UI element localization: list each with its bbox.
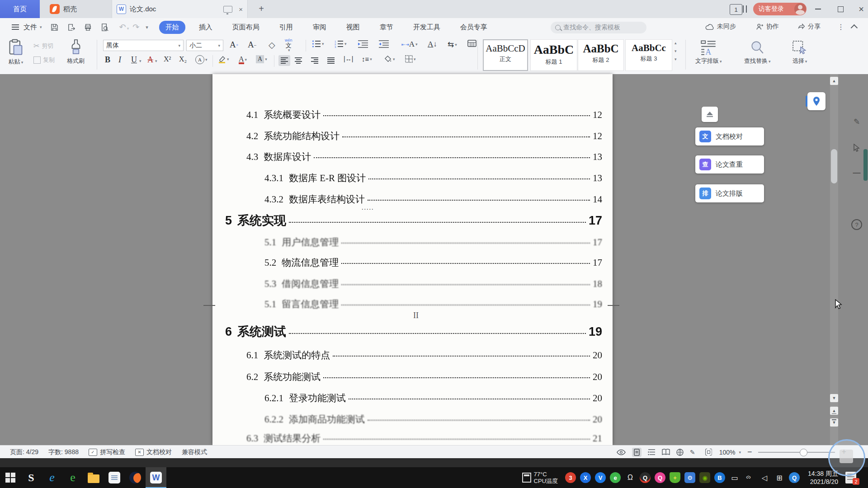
font-color-icon[interactable]: A▾: [239, 55, 247, 64]
minimize-button[interactable]: [811, 4, 825, 14]
quickbar-more-icon[interactable]: ▾: [146, 24, 148, 30]
outline-view-icon[interactable]: [648, 449, 656, 455]
spell-check-toggle[interactable]: ✓ 拼写检查: [89, 448, 125, 456]
italic-icon[interactable]: I: [118, 55, 121, 65]
page-view-icon[interactable]: [632, 448, 642, 457]
styles-scroll-buttons[interactable]: ▴ ▾ ▾: [675, 41, 677, 61]
paste-button[interactable]: 粘贴▾: [8, 39, 24, 66]
bullet-list-icon[interactable]: ▾: [312, 40, 324, 48]
clear-format-icon[interactable]: ◇: [269, 40, 275, 50]
phonetic-guide-icon[interactable]: wén文▾: [285, 38, 292, 53]
taskbar-app-explorer-icon[interactable]: [83, 467, 104, 488]
menu-tab-开发工具[interactable]: 开发工具: [407, 21, 447, 34]
redo-icon[interactable]: ↷: [132, 22, 139, 32]
style-标题 1[interactable]: AaBbC标题 1: [530, 39, 577, 71]
next-page-button[interactable]: ▼: [830, 418, 838, 427]
toc-entry-6.1[interactable]: 6.1系统测试的特点20: [246, 349, 602, 361]
menu-tab-开始[interactable]: 开始: [159, 21, 185, 34]
docer-tab[interactable]: 稻壳: [40, 0, 112, 18]
decrease-font-icon[interactable]: A–: [248, 40, 256, 50]
toc-entry-4.3.1[interactable]: 4.3.1数据库 E-R 图设计13: [264, 172, 602, 184]
toc-entry-5.1[interactable]: 5.1用户信息管理17: [264, 236, 602, 249]
command-search-input[interactable]: 查找命令、搜索模板: [551, 22, 646, 33]
styles-up-icon[interactable]: ▴: [675, 41, 677, 45]
numbered-list-icon[interactable]: 123▾: [335, 40, 347, 48]
eye-protect-icon[interactable]: [617, 449, 626, 455]
zoom-slider-knob[interactable]: [800, 449, 807, 456]
style-标题 2[interactable]: AaBbC标题 2: [578, 39, 624, 71]
style-标题 3[interactable]: AaBbCc标题 3: [625, 39, 672, 71]
toc-entry-6.2[interactable]: 6.2系统功能测试20: [246, 371, 602, 383]
save-icon[interactable]: [50, 23, 59, 32]
find-replace-button[interactable]: 查找替换▾: [744, 40, 771, 65]
pc-manager-shield-icon[interactable]: V: [595, 472, 606, 483]
align-left-icon[interactable]: [278, 55, 290, 66]
word-count[interactable]: 字数: 9888: [48, 448, 79, 456]
plagiarism-check-button[interactable]: 查 论文查重: [695, 155, 764, 174]
snapshot-pen-icon[interactable]: ✎: [850, 115, 863, 128]
locate-pin-button[interactable]: [807, 92, 826, 110]
styles-down-icon[interactable]: ▾: [675, 49, 677, 53]
document-page[interactable]: 4.1系统概要设计124.2系统功能结构设计124.3数据库设计134.3.1数…: [212, 74, 613, 445]
styles-more-icon[interactable]: ▾: [675, 57, 677, 61]
cast-screen-icon[interactable]: [223, 6, 232, 13]
close-window-button[interactable]: ×: [854, 4, 868, 14]
font-size-select[interactable]: 小二▾: [186, 40, 223, 51]
underline-icon[interactable]: U: [131, 55, 137, 65]
toc-entry-6.3[interactable]: 6.3测试结果分析21: [246, 432, 602, 445]
menu-tab-会员专享[interactable]: 会员专享: [454, 21, 494, 34]
doc-proof-toggle[interactable]: ✕ 文档校对: [135, 448, 172, 456]
main-menu-icon[interactable]: [12, 27, 19, 28]
shading-fill-icon[interactable]: ▾: [384, 55, 395, 63]
file-menu[interactable]: 文件: [24, 23, 37, 32]
toc-entry-5.3[interactable]: 5.3借阅信息管理18: [264, 277, 602, 290]
format-painter-button[interactable]: 格式刷: [67, 39, 85, 65]
undo-icon[interactable]: ↶▾: [119, 22, 129, 32]
eject-panel-button[interactable]: [702, 107, 718, 122]
character-shading-icon[interactable]: A▾: [256, 55, 267, 63]
close-tab-icon[interactable]: ×: [239, 5, 243, 13]
browser-e-icon[interactable]: e: [610, 472, 621, 483]
increase-indent-icon[interactable]: [379, 40, 389, 48]
align-center-icon[interactable]: [295, 56, 302, 65]
cpu-temp-widget[interactable]: 77°C CPU温度: [522, 471, 558, 484]
justify-icon[interactable]: [327, 56, 335, 65]
strikethrough-icon[interactable]: A: [147, 55, 153, 65]
menu-tab-视图[interactable]: 视图: [340, 21, 366, 34]
borders-icon[interactable]: ▾: [405, 55, 416, 63]
zoom-out-icon[interactable]: −: [747, 447, 752, 457]
strikethrough-chevron-icon[interactable]: ▾: [155, 59, 157, 63]
menu-tab-章节[interactable]: 章节: [373, 21, 400, 34]
collaborate-button[interactable]: 协作: [756, 23, 779, 31]
taskbar-clock[interactable]: 14:38 周五 2021/8/20: [808, 469, 838, 486]
doc-proofread-button[interactable]: 文 文档校对: [695, 127, 764, 145]
ink-pen-icon[interactable]: ✎: [690, 449, 695, 456]
toc-entry-4.1[interactable]: 4.1系统概要设计12: [246, 108, 602, 121]
toc-entry-6[interactable]: 6系统测试19: [225, 324, 602, 340]
edge-scroll-thumb[interactable]: [863, 149, 868, 181]
highlight-color-icon[interactable]: ▾: [218, 55, 229, 63]
toc-entry-5[interactable]: 5系统实现17: [225, 212, 602, 229]
enclosed-character-icon[interactable]: A▾: [195, 55, 208, 64]
antivirus-shield-icon[interactable]: +: [670, 472, 680, 483]
distribute-icon[interactable]: |↔|: [344, 55, 353, 62]
share-button[interactable]: 分享: [797, 23, 821, 31]
toc-entry-5.1[interactable]: 5.1留言信息管理19: [264, 298, 602, 310]
volume-icon[interactable]: ◁: [759, 472, 770, 483]
taskbar-app-notepad-icon[interactable]: [104, 467, 125, 488]
window-count-badge[interactable]: 1: [730, 4, 742, 15]
home-tab[interactable]: 首页: [0, 0, 40, 18]
web-layout-icon[interactable]: [676, 449, 684, 456]
print-icon[interactable]: [84, 23, 92, 32]
select-button[interactable]: 选择▾: [792, 40, 807, 65]
toc-entry-6.2.2[interactable]: 6.2.2添加商品功能测试20: [264, 413, 602, 426]
read-mode-icon[interactable]: [662, 449, 670, 455]
thunder-icon[interactable]: X: [580, 472, 591, 483]
export-icon[interactable]: [67, 23, 75, 32]
toc-entry-4.3[interactable]: 4.3数据库设计13: [246, 150, 602, 163]
bold-icon[interactable]: B: [105, 55, 110, 65]
wifi-icon[interactable]: ᯅ: [744, 472, 755, 483]
ruler-toggle-icon[interactable]: —: [850, 166, 863, 180]
text-layout-button[interactable]: A 文字排版▾: [695, 40, 722, 65]
taskbar-app-firefox-icon[interactable]: [125, 467, 146, 488]
